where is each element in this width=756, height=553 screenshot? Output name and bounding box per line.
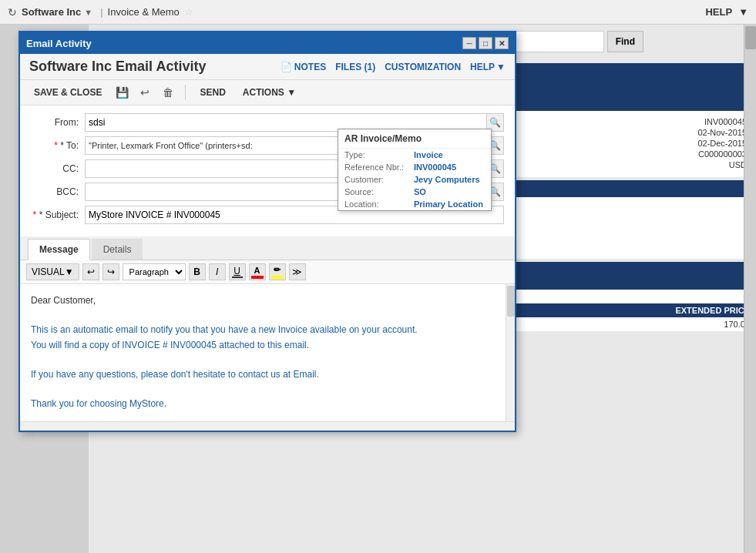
modal-title: Email Activity [26, 38, 460, 49]
bcc-label: BCC: [31, 186, 85, 197]
modal-help-dropdown-icon[interactable]: ▼ [496, 62, 506, 72]
tab-details[interactable]: Details [92, 239, 143, 260]
ar-location-value: Primary Location [414, 199, 483, 209]
ar-ref-label: Reference Nbr.: [344, 163, 414, 172]
email-body-line1: This is an automatic email to notify you… [31, 323, 504, 337]
email-body-line3: If you have any questions, please don't … [31, 367, 504, 382]
ar-type-value: Invoice [414, 150, 443, 159]
actions-button[interactable]: ACTIONS ▼ [237, 85, 302, 100]
top-bar: ↻ Software Inc ▼ | Invoice & Memo ☆ HELP… [0, 0, 756, 25]
font-color-button[interactable]: A [249, 263, 266, 280]
modal-help-link[interactable]: HELP ▼ [470, 62, 506, 72]
from-label: From: [31, 117, 85, 128]
refresh-icon[interactable]: ↻ [8, 6, 17, 18]
ar-source-row: Source: SO [338, 186, 491, 198]
cc-label: CC: [31, 163, 85, 174]
subject-label: * Subject: [31, 209, 85, 220]
email-modal: Email Activity ─ □ ✕ Software Inc Email … [18, 31, 516, 432]
delete-icon[interactable]: 🗑 [159, 83, 177, 102]
email-form: AR Invoice/Memo Type: Invoice Reference … [20, 106, 515, 236]
email-body-line2: You will find a copy of INVOICE # INV000… [31, 338, 504, 353]
company-name[interactable]: Software Inc [22, 6, 81, 18]
tab-message[interactable]: Message [28, 239, 90, 260]
expand-editor-icon[interactable]: ≫ [289, 263, 306, 280]
modal-header-links: 📄 NOTES FILES (1) CUSTOMIZATION HELP ▼ [281, 62, 506, 72]
email-body-line4: Thank you for choosing MyStore. [31, 397, 504, 411]
actions-dropdown-icon: ▼ [287, 87, 296, 98]
main-scrollbar[interactable] [744, 25, 756, 553]
ar-type-label: Type: [344, 150, 414, 159]
ar-location-label: Location: [344, 199, 414, 209]
highlight-color-button[interactable]: ✏ [269, 263, 286, 280]
toolbar-separator [185, 85, 186, 100]
ar-customer-row: Customer: Jevy Computers [338, 173, 491, 186]
bold-button[interactable]: B [189, 263, 206, 280]
paragraph-select[interactable]: Paragraph [123, 263, 186, 280]
modal-bottom-scrollbar[interactable] [20, 421, 515, 431]
minimize-button[interactable]: ─ [462, 37, 476, 49]
visual-dropdown-icon[interactable]: ▼ [65, 266, 74, 277]
editor-undo-icon[interactable]: ↩ [82, 263, 99, 280]
italic-button[interactable]: I [209, 263, 226, 280]
module-name[interactable]: Invoice & Memo [108, 6, 180, 18]
notes-page-icon: 📄 [281, 62, 292, 72]
files-link[interactable]: FILES (1) [335, 62, 375, 72]
help-button[interactable]: HELP [705, 6, 732, 18]
ar-source-value: SO [414, 187, 426, 196]
company-dropdown-icon[interactable]: ▼ [84, 8, 92, 17]
ar-location-row: Location: Primary Location [338, 198, 491, 210]
find-button[interactable]: Find [607, 31, 643, 52]
help-dropdown-icon[interactable]: ▼ [738, 6, 748, 18]
modal-header: Software Inc Email Activity 📄 NOTES FILE… [20, 54, 515, 80]
maximize-button[interactable]: □ [479, 37, 492, 49]
save-icon[interactable]: 💾 [113, 83, 131, 102]
modal-scrollbar[interactable] [506, 284, 515, 421]
ar-customer-label: Customer: [344, 175, 414, 184]
editor-toolbar: VISUAL ▼ ↩ ↪ Paragraph B I U A ✏ [20, 260, 515, 284]
editor-content[interactable]: Dear Customer, This is an automatic emai… [20, 284, 515, 421]
modal-toolbar: SAVE & CLOSE 💾 ↩ 🗑 SEND ACTIONS ▼ [20, 80, 515, 106]
to-label: * To: [31, 140, 85, 151]
ar-ref-row: Reference Nbr.: INV000045 [338, 161, 491, 173]
underline-button[interactable]: U [229, 263, 246, 280]
modal-app-title: Software Inc Email Activity [29, 59, 268, 75]
visual-button[interactable]: VISUAL ▼ [26, 263, 79, 280]
close-button[interactable]: ✕ [495, 37, 509, 49]
email-greeting: Dear Customer, [31, 293, 504, 308]
ext-price-label: EXTENDED PRICE [675, 306, 750, 315]
customization-link[interactable]: CUSTOMIZATION [385, 62, 461, 72]
ar-source-label: Source: [344, 187, 414, 196]
modal-title-bar: Email Activity ─ □ ✕ [20, 32, 515, 54]
ar-ref-value: INV000045 [414, 163, 456, 172]
favorite-star-icon[interactable]: ☆ [184, 6, 193, 18]
undo-icon[interactable]: ↩ [136, 83, 154, 102]
top-bar-right: HELP ▼ [705, 6, 748, 18]
editor-redo-icon[interactable]: ↪ [102, 263, 119, 280]
modal-scroll-thumb[interactable] [507, 286, 515, 317]
ar-customer-value: Jevy Computers [414, 175, 480, 184]
send-button[interactable]: SEND [193, 85, 231, 100]
scrollbar-thumb[interactable] [745, 26, 756, 49]
ar-popup-title: AR Invoice/Memo [338, 129, 491, 149]
notes-link[interactable]: 📄 NOTES [281, 62, 327, 72]
ar-type-row: Type: Invoice [338, 149, 491, 161]
tabs-bar: Message Details [20, 236, 515, 260]
save-close-button[interactable]: SAVE & CLOSE [28, 85, 108, 100]
ar-invoice-popup: AR Invoice/Memo Type: Invoice Reference … [338, 129, 492, 211]
